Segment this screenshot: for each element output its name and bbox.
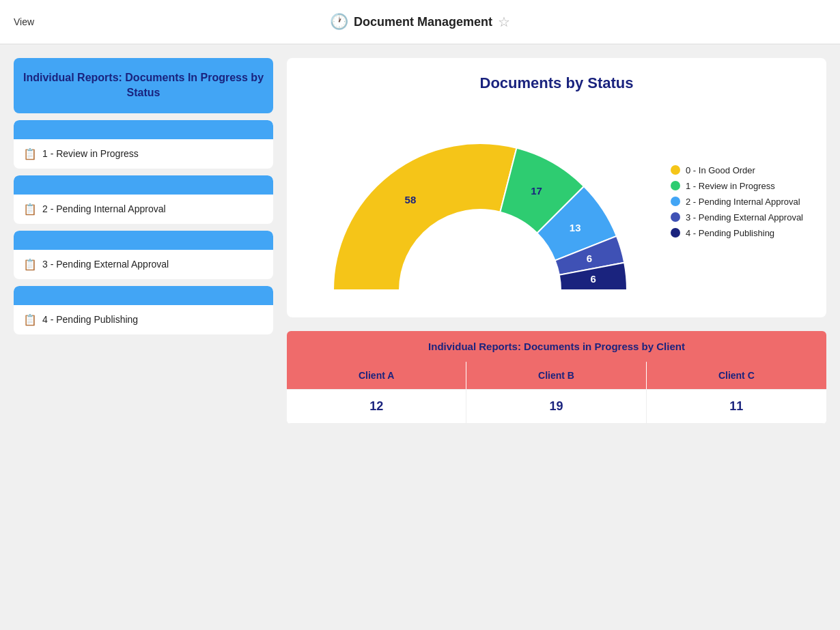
legend-label-4: 4 - Pending Publishing <box>686 228 774 238</box>
legend-dot-3 <box>671 212 680 222</box>
sidebar-section-2: 📋 2 - Pending Internal Approval <box>14 175 273 224</box>
client-col-headers: Client A Client B Client C <box>287 362 826 390</box>
client-table-body: Client A Client B Client C 12 19 11 <box>287 362 826 424</box>
svg-text:13: 13 <box>570 222 581 233</box>
client-b-header: Client B <box>466 362 646 389</box>
sidebar: Individual Reports: Documents In Progres… <box>14 58 273 424</box>
document-icon-2: 📋 <box>23 203 37 216</box>
document-icon-4: 📋 <box>23 313 37 326</box>
sidebar-item-4[interactable]: 📋 4 - Pending Publishing <box>14 305 273 334</box>
donut-chart-svg: 58171366 chart <box>337 106 624 297</box>
document-icon-3: 📋 <box>23 258 37 271</box>
top-bar-center: 🕐 Document Management ☆ <box>330 13 510 31</box>
sidebar-section-header-3 <box>14 231 273 250</box>
sidebar-header: Individual Reports: Documents In Progres… <box>14 58 273 113</box>
right-panel: Documents by Status 58171366 chart 0 - I… <box>287 58 826 424</box>
sidebar-item-label-3: 3 - Pending External Approval <box>42 259 169 270</box>
client-c-header: Client C <box>647 362 826 389</box>
sidebar-section-header-4 <box>14 286 273 305</box>
chart-card: Documents by Status 58171366 chart 0 - I… <box>287 58 826 317</box>
svg-text:6: 6 <box>591 273 596 285</box>
client-c-value: 11 <box>647 390 826 423</box>
sidebar-item-label-1: 1 - Review in Progress <box>42 148 139 159</box>
legend-item-1: 1 - Review in Progress <box>671 181 803 191</box>
sidebar-item-1[interactable]: 📋 1 - Review in Progress <box>14 139 273 169</box>
sidebar-item-2[interactable]: 📋 2 - Pending Internal Approval <box>14 195 273 224</box>
legend-dot-4 <box>671 228 680 238</box>
legend-label-3: 3 - Pending External Approval <box>686 212 803 223</box>
main-content: Individual Reports: Documents In Progres… <box>0 44 840 438</box>
pie-chart-icon: 🕐 <box>330 13 348 31</box>
legend-item-2: 2 - Pending Internal Approval <box>671 197 803 207</box>
donut-chart-wrap: 58171366 chart <box>303 106 657 297</box>
client-col-values: 12 19 11 <box>287 390 826 424</box>
page-title: Document Management <box>354 15 492 29</box>
sidebar-section-3: 📋 3 - Pending External Approval <box>14 231 273 279</box>
legend-dot-1 <box>671 181 680 190</box>
document-icon-1: 📋 <box>23 147 37 160</box>
legend-item-0: 0 - In Good Order <box>671 165 803 175</box>
sidebar-section-header-1 <box>14 120 273 139</box>
sidebar-item-label-2: 2 - Pending Internal Approval <box>42 203 166 214</box>
svg-text:58: 58 <box>405 194 417 205</box>
legend-item-4: 4 - Pending Publishing <box>671 228 803 238</box>
favorite-star-icon[interactable]: ☆ <box>498 14 510 30</box>
sidebar-section-header-2 <box>14 175 273 195</box>
legend-dot-2 <box>671 197 680 206</box>
chart-legend: 0 - In Good Order 1 - Review in Progress… <box>671 165 810 238</box>
legend-label-1: 1 - Review in Progress <box>686 181 775 191</box>
sidebar-section-1: 📋 1 - Review in Progress <box>14 120 273 169</box>
legend-item-3: 3 - Pending External Approval <box>671 212 803 223</box>
svg-text:6: 6 <box>587 253 592 264</box>
chart-area: 58171366 chart 0 - In Good Order 1 - Rev… <box>303 106 810 297</box>
legend-label-2: 2 - Pending Internal Approval <box>686 197 800 207</box>
top-bar: View 🕐 Document Management ☆ <box>0 0 840 44</box>
svg-text:17: 17 <box>531 185 542 197</box>
client-b-value: 19 <box>466 390 646 423</box>
sidebar-section-4: 📋 4 - Pending Publishing <box>14 286 273 334</box>
legend-label-0: 0 - In Good Order <box>686 165 755 175</box>
client-a-header: Client A <box>287 362 466 389</box>
view-label[interactable]: View <box>14 16 34 27</box>
client-a-value: 12 <box>287 390 466 423</box>
chart-title: Documents by Status <box>303 74 810 92</box>
client-table-header: Individual Reports: Documents in Progres… <box>287 331 826 362</box>
client-table-card: Individual Reports: Documents in Progres… <box>287 331 826 424</box>
sidebar-item-3[interactable]: 📋 3 - Pending External Approval <box>14 250 273 279</box>
legend-dot-0 <box>671 165 680 175</box>
sidebar-item-label-4: 4 - Pending Publishing <box>42 314 138 325</box>
